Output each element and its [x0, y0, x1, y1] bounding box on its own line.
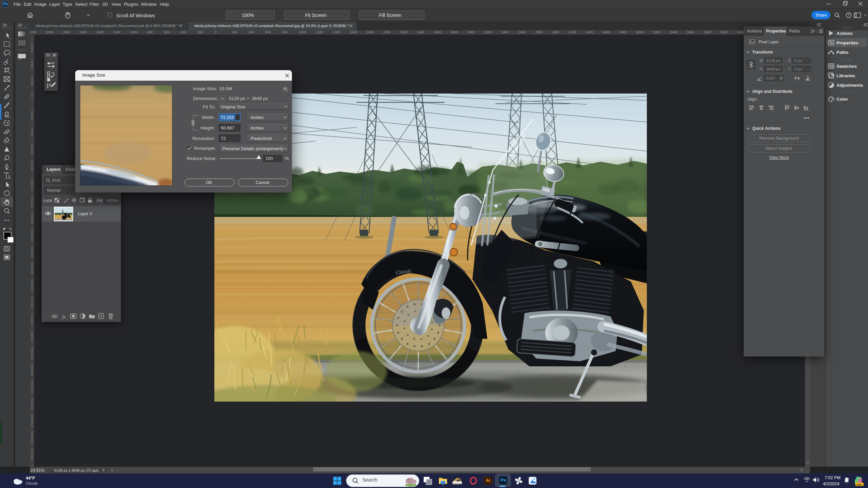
svg-text:Actions: Actions: [837, 31, 853, 36]
svg-text:fx: fx: [62, 314, 66, 320]
svg-text:Properties: Properties: [837, 40, 858, 45]
svg-text:Adjustments: Adjustments: [837, 83, 863, 88]
svg-text:Swatches: Swatches: [837, 64, 857, 69]
svg-text:Libraries: Libraries: [837, 73, 855, 78]
svg-text:Color: Color: [837, 97, 848, 102]
svg-text:Paths: Paths: [837, 50, 848, 55]
svg-text:?: ?: [848, 13, 850, 17]
svg-text:z: z: [848, 477, 849, 480]
